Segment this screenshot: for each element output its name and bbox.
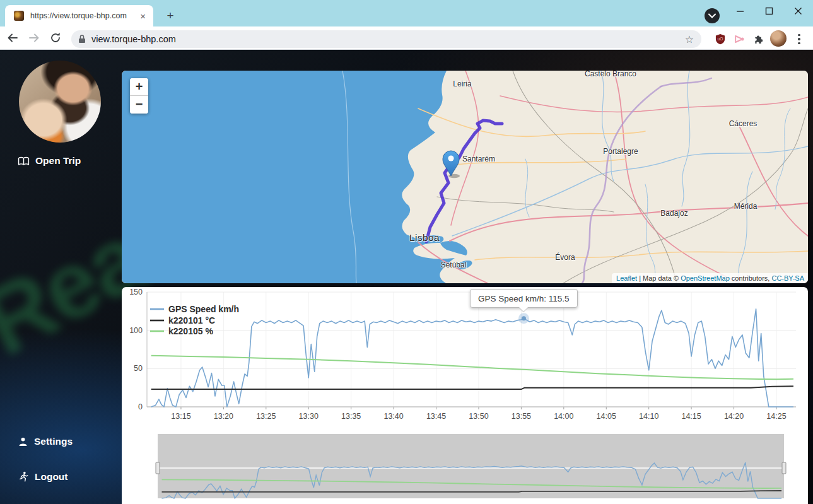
page-content: Ready Open Trip Settings Logout LeiriaSa… <box>0 50 813 504</box>
leaflet-link[interactable]: Leaflet <box>616 274 637 282</box>
address-bar[interactable]: view.torque-bhp.com ☆ <box>71 30 701 48</box>
sidebar-item-settings[interactable]: Settings <box>18 436 73 447</box>
chart-canvas[interactable]: 13:1513:2013:2513:3013:3513:4013:4513:50… <box>122 287 808 504</box>
x-axis-tick-label: 14:10 <box>639 412 658 421</box>
x-axis-tick-label: 13:25 <box>256 412 276 421</box>
map-city-label: Mérida <box>734 202 757 211</box>
legend-label: k220105 % <box>168 326 213 336</box>
legend-label: k220101 °C <box>168 315 215 325</box>
x-axis-tick-label: 14:00 <box>554 412 573 421</box>
y-axis-tick-label: 0 <box>138 402 143 411</box>
maximize-button[interactable] <box>759 4 778 18</box>
map-city-label: Santarém <box>462 155 495 163</box>
map-city-label: Badajoz <box>660 209 687 218</box>
browser-profile-avatar[interactable] <box>770 30 787 47</box>
map-city-label: Cáceres <box>729 119 757 128</box>
chevron-down-icon <box>708 13 716 18</box>
lock-icon <box>78 34 86 44</box>
forward-button[interactable] <box>25 29 43 47</box>
sidebar-item-label: Logout <box>35 471 68 483</box>
svg-text:uO: uO <box>718 37 723 41</box>
puzzle-icon <box>752 33 764 45</box>
zoom-out-button[interactable]: − <box>130 96 148 114</box>
map-city-label: Lisboa <box>409 232 440 243</box>
x-axis-tick-label: 13:40 <box>383 412 403 421</box>
openstreetmap-link[interactable]: OpenStreetMap <box>681 274 730 282</box>
x-axis-tick-label: 14:25 <box>766 412 786 421</box>
tab-search-button[interactable] <box>705 8 720 23</box>
shield-icon: uO <box>714 33 727 45</box>
sea-area <box>122 71 455 283</box>
x-axis-tick-label: 13:45 <box>426 412 446 421</box>
person-icon <box>18 437 28 447</box>
range-selector[interactable] <box>158 434 784 498</box>
close-icon <box>794 7 802 15</box>
browser-toolbar: view.torque-bhp.com ☆ uO <box>0 26 813 50</box>
range-handle-left[interactable] <box>156 462 160 474</box>
map-city-label: Leiria <box>453 79 471 88</box>
map-attribution: Leaflet | Map data © OpenStreetMap contr… <box>612 273 808 283</box>
open-book-icon <box>18 156 30 167</box>
x-axis-tick-label: 13:35 <box>341 412 361 421</box>
map-city-label: Setúbal <box>441 261 467 269</box>
minimize-button[interactable] <box>730 4 749 18</box>
minimize-icon <box>736 7 744 15</box>
y-axis-tick-label: 100 <box>129 326 143 335</box>
sidebar-item-label: Settings <box>34 436 73 447</box>
sidebar-item-open-trip[interactable]: Open Trip <box>18 155 81 167</box>
tab-strip: https://view.torque-bhp.com × + <box>0 0 813 26</box>
sidebar-item-logout[interactable]: Logout <box>18 471 68 483</box>
y-axis-tick-label: 50 <box>134 364 143 373</box>
trip-chart: 13:1513:2013:2513:3013:3513:4013:4513:50… <box>122 287 808 504</box>
legend-label: GPS Speed km/h <box>168 304 239 314</box>
reload-icon <box>49 32 62 44</box>
y-axis-tick-label: 150 <box>129 288 143 296</box>
reload-button[interactable] <box>47 29 64 47</box>
x-axis-tick-label: 14:15 <box>681 412 701 421</box>
browser-window: https://view.torque-bhp.com × + view.t <box>0 0 813 504</box>
map[interactable]: LeiriaSantarémLisboaSetúbalÉvoraCastelo … <box>122 71 808 283</box>
x-axis-tick-label: 13:15 <box>171 412 190 421</box>
downloadhelper-extension-icon[interactable] <box>732 32 747 47</box>
x-axis-tick-label: 14:20 <box>724 412 744 421</box>
maximize-icon <box>765 7 773 15</box>
user-avatar[interactable] <box>19 61 101 143</box>
map-city-label: Portalegre <box>603 147 638 156</box>
x-axis-tick-label: 13:20 <box>214 412 233 421</box>
license-link[interactable]: CC-BY-SA <box>771 274 804 282</box>
new-tab-button[interactable]: + <box>163 8 178 23</box>
back-button[interactable] <box>4 29 21 47</box>
url-text[interactable]: view.torque-bhp.com <box>91 34 685 44</box>
range-handle-right[interactable] <box>782 462 786 474</box>
sidebar-item-label: Open Trip <box>35 155 81 167</box>
x-axis-tick-label: 13:55 <box>512 412 531 421</box>
bookmark-star-icon[interactable]: ☆ <box>685 33 694 45</box>
map-city-label: Évora <box>555 253 575 262</box>
browser-tab[interactable]: https://view.torque-bhp.com × <box>5 5 153 26</box>
attribution-text: contributors, <box>730 274 772 282</box>
forward-arrow-icon <box>28 32 40 44</box>
x-axis-tick-label: 14:05 <box>597 412 616 421</box>
play-triangle-icon <box>733 33 746 45</box>
x-axis-tick-label: 13:30 <box>299 412 319 421</box>
close-window-button[interactable] <box>788 4 807 18</box>
chart-tooltip: GPS Speed km/h: 115.5 <box>470 289 578 308</box>
ublock-extension-icon[interactable]: uO <box>713 32 728 47</box>
chart-series-line <box>151 386 793 389</box>
attribution-text: | Map data © <box>637 274 681 282</box>
runner-icon <box>18 471 29 483</box>
tab-close-icon[interactable]: × <box>137 11 148 21</box>
site-favicon-icon <box>14 11 24 21</box>
browser-menu-button[interactable] <box>793 32 805 47</box>
sidebar: Open Trip Settings Logout <box>0 50 121 504</box>
zoom-in-button[interactable]: + <box>130 78 148 96</box>
map-city-label: Castelo Branco <box>585 71 636 78</box>
back-arrow-icon <box>6 32 19 44</box>
tab-title: https://view.torque-bhp.com <box>30 11 137 20</box>
extensions-puzzle-icon[interactable] <box>751 32 766 47</box>
map-canvas[interactable] <box>122 71 808 283</box>
map-zoom-control: + − <box>130 78 148 114</box>
x-axis-tick-label: 13:50 <box>469 412 488 421</box>
